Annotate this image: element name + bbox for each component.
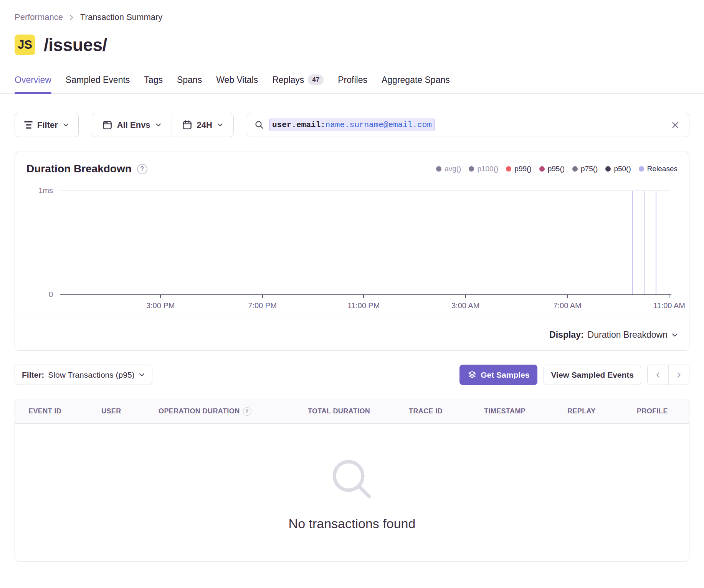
tab-tags[interactable]: Tags [144,74,163,93]
chart-plot-area[interactable]: 1ms 0 3:00 PM 7:00 PM 11:00 PM 3:00 AM 7… [60,190,670,295]
get-samples-label: Get Samples [481,370,529,380]
transaction-summary-page: Performance Transaction Summary JS /issu… [0,12,704,562]
title-row: JS /issues/ [15,35,689,55]
search-input[interactable]: user.email:name.surname@email.com [247,113,689,137]
legend-item-p75[interactable]: p75() [572,165,598,173]
pagination [647,365,689,385]
token-value: name.surname@email.com [326,121,432,129]
tab-sampled-events[interactable]: Sampled Events [66,74,130,93]
chart-title: Duration Breakdown [26,163,132,175]
x-axis-label: 11:00 PM [347,301,380,310]
replays-count-badge: 47 [308,74,324,85]
x-axis-tick [160,295,161,298]
legend-item-p50[interactable]: p50() [605,165,631,173]
chart-display-footer: Display: Duration Breakdown [15,319,689,350]
tab-label: Replays [272,75,304,85]
column-header-event-id: EVENT ID [28,407,101,415]
tab-label: Web Vitals [216,75,258,85]
page-title: /issues/ [44,35,107,55]
display-mode-value: Duration Breakdown [588,330,668,340]
close-icon [671,121,680,130]
breadcrumb-current: Transaction Summary [80,12,162,22]
legend-item-avg[interactable]: avg() [436,165,461,173]
x-axis-label: 3:00 AM [451,301,479,310]
legend-label: p99() [514,165,531,173]
legend-item-p100[interactable]: p100() [469,165,498,173]
table-header-row: EVENT ID USER OPERATION DURATION ? TOTAL… [15,399,689,424]
chevron-down-icon [63,122,69,128]
legend-dot [506,166,511,172]
chevron-right-icon [676,372,683,378]
clear-search-button[interactable] [671,121,680,130]
breadcrumb-chevron-icon [68,14,75,21]
filter-button-label: Filter [37,120,58,130]
transaction-filter-dropdown[interactable]: Filter: Slow Transactions (p95) [15,365,152,385]
x-axis-tick [363,295,364,298]
tab-spans[interactable]: Spans [177,74,202,93]
previous-page-button[interactable] [648,365,668,385]
token-key: user.email: [272,121,326,129]
legend-item-releases[interactable]: Releases [639,165,678,173]
y-axis-min-label: 0 [49,290,53,299]
filter-controls-row: Filter All Envs 24H [15,113,689,137]
legend-label: p50() [614,165,631,173]
calendar-icon [182,120,192,130]
x-axis-tick [669,295,669,298]
column-header-trace-id: TRACE ID [409,407,484,415]
chevron-down-icon [217,122,223,128]
transaction-filter-label: Filter: [22,370,44,380]
x-axis-tick [262,295,263,298]
platform-js-badge: JS [15,35,35,55]
view-sampled-events-label: View Sampled Events [551,370,634,380]
tab-aggregate-spans[interactable]: Aggregate Spans [382,74,450,93]
x-axis-label: 7:00 AM [553,301,581,310]
column-header-operation-duration: OPERATION DURATION ? [159,407,308,416]
chevron-down-icon [671,332,678,339]
transactions-table: EVENT ID USER OPERATION DURATION ? TOTAL… [15,399,689,562]
legend-dot [539,166,545,172]
table-empty-state: No transactions found [15,424,689,561]
release-marker-line[interactable] [644,191,645,294]
time-range-value: 24H [197,120,212,130]
display-label: Display: [549,330,583,340]
breadcrumb: Performance Transaction Summary [15,12,689,22]
chart-header: Duration Breakdown ? avg() p100() p99() … [15,152,689,175]
empty-search-icon [327,454,377,505]
tab-overview[interactable]: Overview [15,74,51,93]
window-icon [102,120,112,130]
tab-bar: Overview Sampled Events Tags Spans Web V… [0,74,704,94]
tab-label: Sampled Events [66,75,130,85]
release-marker-line[interactable] [656,191,656,294]
get-samples-button[interactable]: Get Samples [459,365,537,385]
view-sampled-events-button[interactable]: View Sampled Events [544,365,641,385]
filter-button[interactable]: Filter [15,113,79,137]
tab-web-vitals[interactable]: Web Vitals [216,74,258,93]
tab-replays[interactable]: Replays 47 [272,74,324,93]
search-filter-token[interactable]: user.email:name.surname@email.com [269,119,435,131]
time-range-selector[interactable]: 24H [172,113,233,137]
display-mode-selector[interactable]: Duration Breakdown [588,330,678,340]
legend-label: avg() [445,165,461,173]
duration-breakdown-panel: Duration Breakdown ? avg() p100() p99() … [15,152,689,351]
tab-profiles[interactable]: Profiles [338,74,367,93]
legend-label: p95() [548,165,565,173]
tab-label: Spans [177,75,202,85]
legend-item-p95[interactable]: p95() [539,165,565,173]
chevron-left-icon [654,372,661,378]
breadcrumb-performance-link[interactable]: Performance [15,12,63,22]
next-page-button[interactable] [668,365,689,385]
x-axis-line [60,294,671,295]
help-icon[interactable]: ? [243,407,251,416]
filter-lines-icon [24,121,33,129]
legend-dot [572,166,578,172]
legend-item-p99[interactable]: p99() [506,165,531,173]
legend-dot [605,166,611,172]
release-marker-line[interactable] [632,191,633,294]
layers-icon [468,370,477,380]
environment-selector[interactable]: All Envs [92,113,172,137]
x-axis-label: 7:00 PM [248,301,276,310]
legend-label: p75() [581,165,598,173]
legend-label: p100() [477,165,498,173]
help-icon[interactable]: ? [137,164,147,174]
samples-actions: Get Samples View Sampled Events [459,365,689,385]
